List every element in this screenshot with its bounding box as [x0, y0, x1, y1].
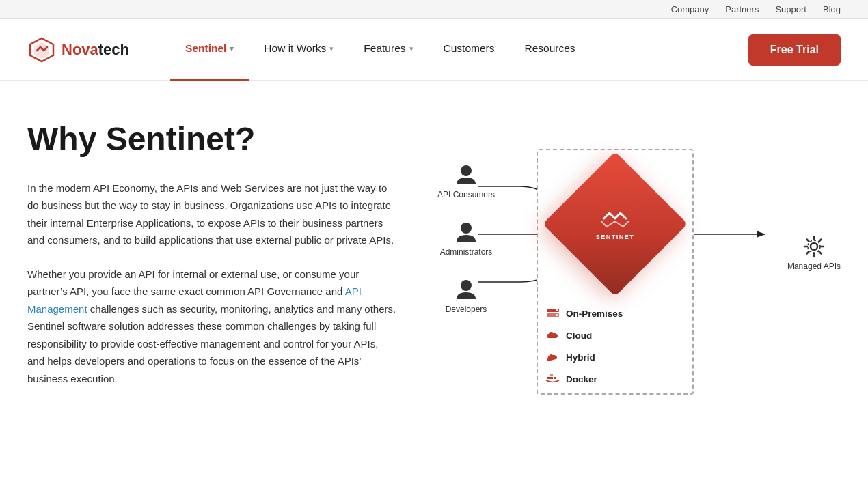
- api-consumers-label: API Consumers: [437, 190, 495, 199]
- svg-point-7: [461, 280, 472, 291]
- docker-icon: [545, 371, 560, 386]
- api-consumers-icon: [454, 163, 478, 187]
- on-premises-icon: [545, 306, 560, 321]
- partners-link[interactable]: Partners: [725, 4, 759, 14]
- actors-list: API Consumers Administrators Developers: [437, 163, 495, 314]
- nav-customers[interactable]: Customers: [429, 19, 510, 81]
- svg-point-6: [461, 223, 472, 234]
- nav-features-label: Features: [364, 42, 405, 55]
- sentinet-logo-diamond: [599, 208, 632, 229]
- administrators-actor: Administrators: [437, 220, 495, 257]
- body-paragraph-2: Whether you provide an API for internal …: [27, 266, 396, 388]
- sentinel-chevron: ▾: [230, 44, 234, 53]
- managed-apis-label: Managed APIs: [787, 262, 841, 271]
- deployment-list: On-Premises Cloud Hybrid: [545, 306, 623, 386]
- left-column: Why Sentinet? In the modern API Economy,…: [27, 122, 396, 404]
- nav-customers-label: Customers: [444, 42, 495, 55]
- managed-apis-node: Managed APIs: [787, 234, 841, 271]
- nav-links: Sentinel ▾ How it Works ▾ Features ▾ Cus…: [170, 19, 748, 81]
- company-link[interactable]: Company: [671, 4, 709, 14]
- svg-point-11: [556, 314, 558, 316]
- para2-before: Whether you provide an API for internal …: [27, 268, 359, 298]
- nav-resources[interactable]: Resources: [509, 19, 590, 81]
- svg-point-16: [811, 243, 817, 250]
- features-chevron: ▾: [409, 44, 413, 53]
- deploy-on-premises: On-Premises: [545, 306, 623, 321]
- blog-link[interactable]: Blog: [823, 4, 841, 14]
- nav-sentinel-label: Sentinel: [185, 42, 226, 55]
- main-navigation: Novatech Sentinel ▾ How it Works ▾ Featu…: [0, 19, 868, 81]
- architecture-diagram: API Consumers Administrators Developers: [437, 122, 841, 408]
- administrators-label: Administrators: [440, 247, 493, 257]
- on-premises-label: On-Premises: [566, 309, 623, 319]
- svg-point-17: [808, 240, 820, 253]
- docker-label: Docker: [566, 374, 597, 384]
- developers-icon: [454, 277, 478, 302]
- nav-features[interactable]: Features ▾: [349, 19, 428, 81]
- diamond-label: SENTINET: [596, 234, 635, 240]
- nav-resources-label: Resources: [524, 42, 575, 55]
- svg-rect-12: [547, 377, 550, 379]
- logo-icon: [27, 36, 56, 64]
- deploy-cloud: Cloud: [545, 328, 623, 343]
- free-trial-button[interactable]: Free Trial: [748, 34, 841, 66]
- right-column: API Consumers Administrators Developers: [437, 122, 841, 408]
- deploy-docker: Docker: [545, 371, 623, 386]
- support-link[interactable]: Support: [775, 4, 806, 14]
- svg-rect-13: [550, 377, 553, 379]
- developers-actor: Developers: [437, 277, 495, 314]
- para2-after: challenges such as security, monitoring,…: [27, 303, 396, 384]
- nav-how-it-works-label: How it Works: [264, 42, 326, 55]
- logo[interactable]: Novatech: [27, 36, 129, 64]
- hybrid-label: Hybrid: [566, 352, 595, 363]
- utility-bar: Company Partners Support Blog: [0, 0, 868, 19]
- cloud-label: Cloud: [566, 330, 592, 341]
- administrators-icon: [454, 220, 478, 244]
- api-consumers-actor: API Consumers: [437, 163, 495, 199]
- nav-sentinel[interactable]: Sentinel ▾: [170, 19, 249, 81]
- logo-text: Novatech: [62, 41, 129, 59]
- sentinet-diamond-content: SENTINET: [596, 208, 635, 240]
- svg-rect-15: [550, 374, 553, 376]
- sentinet-diamond-container: SENTINET: [550, 159, 680, 289]
- nav-how-it-works[interactable]: How it Works ▾: [249, 19, 349, 81]
- svg-point-5: [461, 165, 472, 176]
- page-title: Why Sentinet?: [27, 122, 396, 158]
- cloud-icon: [545, 328, 560, 343]
- developers-label: Developers: [446, 305, 487, 314]
- svg-point-10: [556, 309, 558, 311]
- deploy-hybrid: Hybrid: [545, 350, 623, 365]
- how-it-works-chevron: ▾: [329, 44, 334, 53]
- sentinet-diamond: SENTINET: [543, 152, 688, 296]
- managed-apis-icon: [802, 234, 826, 259]
- svg-rect-14: [554, 377, 556, 379]
- main-content: Why Sentinet? In the modern API Economy,…: [0, 81, 868, 449]
- hybrid-icon: [545, 350, 560, 365]
- body-paragraph-1: In the modern API Economy, the APIs and …: [27, 180, 396, 249]
